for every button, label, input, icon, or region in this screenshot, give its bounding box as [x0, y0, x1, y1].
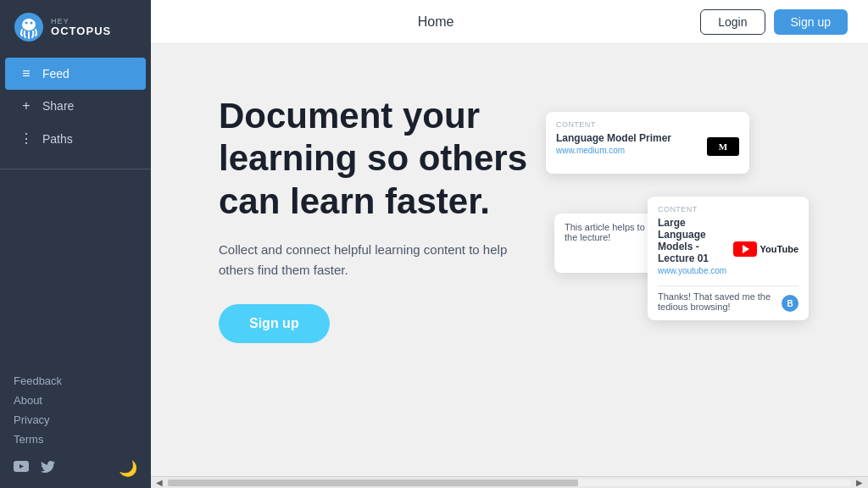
app-name-octopus: OCTOPUS	[51, 25, 111, 36]
svg-point-3	[31, 22, 33, 25]
paths-icon: ⋮	[19, 130, 34, 147]
feed-icon: ≡	[19, 66, 34, 81]
sidebar-item-share[interactable]: + Share	[5, 90, 146, 122]
card-medium: CONTENT Language Model Primer www.medium…	[546, 112, 749, 174]
card3-url: www.youtube.com	[658, 266, 733, 275]
app-logo: HEY OCTOPUS	[0, 0, 151, 54]
youtube-text: YouTube	[760, 244, 798, 254]
hero-subtext: Collect and connect helpful learning con…	[219, 240, 524, 280]
svg-point-2	[25, 22, 28, 25]
sidebar-item-share-label: Share	[42, 99, 74, 113]
twitter-icon[interactable]	[41, 460, 55, 477]
sidebar-item-paths-label: Paths	[42, 132, 73, 146]
signup-top-button[interactable]: Sign up	[774, 9, 848, 35]
card1-header: Language Model Primer www.medium.com M	[556, 132, 739, 160]
card1-title: Language Model Primer	[556, 132, 671, 144]
card1-label: CONTENT	[556, 120, 739, 129]
topbar: Home Login Sign up	[151, 0, 868, 44]
about-link[interactable]: About	[14, 394, 137, 407]
scroll-right-arrow[interactable]: ▶	[854, 478, 865, 487]
privacy-link[interactable]: Privacy	[14, 413, 137, 426]
card3-header: Large Language Models - Lecture 01 www.y…	[658, 217, 798, 280]
card1-url: www.medium.com	[556, 146, 671, 155]
main-content: Home Login Sign up Document your learnin…	[151, 0, 868, 488]
horizontal-scrollbar[interactable]: ◀ ▶	[151, 476, 868, 488]
comment3-text: Thanks! That saved me the tedious browsi…	[658, 291, 776, 312]
card3-title: Large Language Models - Lecture 01	[658, 217, 733, 264]
card3-divider	[658, 286, 798, 286]
login-button[interactable]: Login	[700, 9, 765, 35]
share-icon: +	[19, 98, 34, 114]
medium-logo: M	[707, 137, 739, 156]
scroll-left-arrow[interactable]: ◀	[154, 478, 164, 487]
hero-cards: CONTENT Language Model Primer www.medium…	[546, 112, 817, 349]
sidebar-nav: ≡ Feed + Share ⋮ Paths	[0, 58, 151, 155]
youtube-logo: YouTube	[733, 241, 798, 257]
youtube-icon-card	[733, 241, 757, 257]
signup-hero-button[interactable]: Sign up	[219, 304, 330, 343]
sidebar-divider	[0, 169, 151, 169]
sidebar-item-feed[interactable]: ≡ Feed	[5, 58, 146, 90]
terms-link[interactable]: Terms	[14, 433, 137, 446]
scroll-track[interactable]	[168, 480, 851, 486]
sidebar-social-icons: 🌙	[14, 459, 137, 478]
dark-mode-icon[interactable]: 🌙	[119, 459, 137, 478]
avatar-2: B	[782, 295, 798, 312]
medium-logo-text: M	[719, 141, 727, 152]
hero-heading: Document your learning so others can lea…	[219, 95, 575, 223]
card3-label: CONTENT	[658, 205, 798, 214]
youtube-play-icon	[743, 245, 749, 253]
card3-comment: Thanks! That saved me the tedious browsi…	[658, 291, 798, 312]
svg-point-1	[22, 19, 36, 30]
sidebar-item-feed-label: Feed	[42, 67, 70, 80]
feedback-link[interactable]: Feedback	[14, 374, 137, 387]
sidebar-item-paths[interactable]: ⋮ Paths	[5, 122, 146, 155]
youtube-icon[interactable]	[14, 460, 29, 477]
octopus-logo-icon	[14, 12, 44, 42]
card-youtube: CONTENT Large Language Models - Lecture …	[648, 197, 809, 320]
sidebar-footer: Feedback About Privacy Terms 🌙	[0, 364, 151, 488]
page-title: Home	[171, 14, 700, 30]
scroll-thumb[interactable]	[168, 480, 578, 486]
hero-section: Document your learning so others can lea…	[151, 44, 868, 476]
topbar-actions: Login Sign up	[700, 9, 848, 35]
sidebar: HEY OCTOPUS ≡ Feed + Share ⋮ Paths Feedb…	[0, 0, 151, 488]
